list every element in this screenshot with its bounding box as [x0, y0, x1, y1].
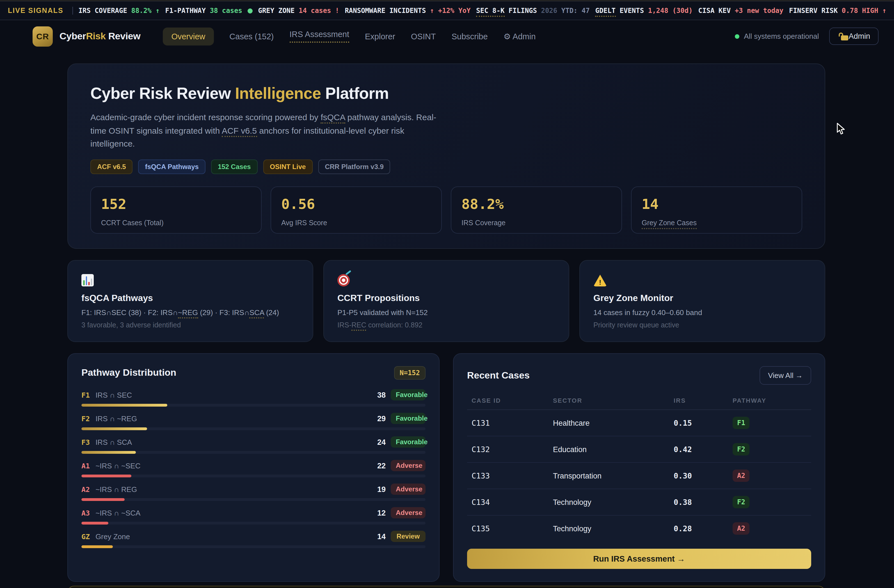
nav-right: All systems operational Admin — [735, 27, 879, 45]
bar-chart-icon — [82, 274, 94, 286]
bar-fill — [82, 451, 136, 454]
bar-fill — [82, 475, 131, 478]
pathway-badge: A2 — [732, 470, 750, 482]
pathway-badge: F2 — [732, 443, 750, 455]
feature-cards: fsQCA Pathways F1: IRS∩SEC (38) · F2: IR… — [67, 260, 825, 342]
pathway-badge: A2 — [732, 522, 750, 535]
nav-item-cases[interactable]: Cases (152) — [230, 32, 274, 41]
recent-cases-panel: Recent Cases View All → CASE ID SECTOR I… — [453, 353, 825, 582]
bar-fill — [82, 404, 168, 407]
bar-fill — [82, 428, 147, 430]
lock-icon — [837, 32, 844, 40]
ticker-item-sec-filings: SEC 8-K FILINGS 2026 YTD: 47 — [476, 6, 590, 14]
stat-label: Avg IRS Score — [281, 219, 431, 227]
pathway-rows: F1IRS ∩ SEC38Favorable F2IRS ∩ ~REG29Fav… — [82, 389, 426, 548]
nav-item-overview[interactable]: Overview — [163, 27, 214, 45]
card-line: P1-P5 validated with N=152 — [337, 308, 555, 317]
card-grey-zone-monitor[interactable]: ! Grey Zone Monitor 14 cases in fuzzy 0.… — [579, 260, 825, 342]
badge-platform-version: CRR Platform v3.9 — [318, 159, 390, 174]
pathway-row-f3: F3IRS ∩ SCA24Favorable — [82, 436, 426, 454]
nav-item-subscribe[interactable]: Subscribe — [452, 32, 488, 41]
stat-card-total-cases: 152 CCRT Cases (Total) — [91, 186, 261, 233]
run-irs-assessment-button[interactable]: Run IRS Assessment → — [467, 549, 811, 569]
bar-track — [82, 498, 426, 501]
table-row-c132[interactable]: C132 Education 0.42 F2 — [467, 436, 811, 463]
col-sector: SECTOR — [548, 393, 669, 410]
status-badge: Adverse — [391, 484, 426, 495]
table-header-row: CASE ID SECTOR IRS PATHWAY — [467, 393, 811, 410]
hero-badges: ACF v6.5 fsQCA Pathways 152 Cases OSINT … — [91, 159, 802, 174]
nav-item-explorer[interactable]: Explorer — [365, 32, 395, 41]
stat-label: IRS Coverage — [461, 219, 612, 227]
bar-track — [82, 428, 426, 430]
pathway-row-a2: A2~IRS ∩ REG19Adverse — [82, 484, 426, 501]
panel-title: Pathway Distribution — [82, 367, 176, 378]
nav-item-admin[interactable]: ⚙ Admin — [504, 32, 536, 41]
badge-osint: OSINT Live — [263, 159, 313, 174]
col-irs: IRS — [669, 393, 728, 410]
stat-cards: 152 CCRT Cases (Total) 0.56 Avg IRS Scor… — [91, 186, 802, 233]
bar-fill — [82, 498, 124, 501]
nav-item-irs-assessment[interactable]: IRS Assessment — [289, 30, 349, 43]
hero-panel: Cyber Risk Review Intelligence Platform … — [67, 63, 825, 249]
ticker-item-irs-coverage: IRS COVERAGE 88.2% ↑ — [79, 6, 160, 14]
hero-description: Academic-grade cyber incident response s… — [91, 110, 438, 150]
card-note: IRS-REC correlation: 0.892 — [337, 321, 555, 329]
warning-icon: ! — [593, 275, 607, 286]
table-row-c133[interactable]: C133 Transportation 0.30 A2 — [467, 463, 811, 489]
pathway-row-f1: F1IRS ∩ SEC38Favorable — [82, 389, 426, 407]
top-navigation: CR CyberRisk Review Overview Cases (152)… — [0, 20, 894, 52]
ticker-item-grey-zone: GREY ZONE 14 cases ! — [258, 6, 339, 14]
page-title: Cyber Risk Review Intelligence Platform — [91, 84, 802, 103]
status-badge: Favorable — [391, 436, 426, 447]
stat-value: 152 — [101, 196, 251, 212]
card-title: CCRT Propositions — [337, 293, 555, 303]
card-ccrt-propositions[interactable]: CCRT Propositions P1-P5 validated with N… — [323, 260, 569, 342]
system-status: All systems operational — [735, 32, 819, 41]
status-badge: Adverse — [391, 507, 426, 518]
stat-value: 0.56 — [281, 196, 431, 212]
brand-name: CyberRisk Review — [59, 30, 140, 42]
admin-button[interactable]: Admin — [829, 27, 879, 45]
badge-cases: 152 Cases — [211, 159, 257, 174]
status-badge: Favorable — [391, 413, 426, 424]
ticker-item-f1-pathway: F1-PATHWAY 38 cases — [165, 6, 253, 14]
card-line: 14 cases in fuzzy 0.40–0.60 band — [593, 308, 811, 317]
card-fsqca-pathways[interactable]: fsQCA Pathways F1: IRS∩SEC (38) · F2: IR… — [67, 260, 313, 342]
pathway-row-a3: A3~IRS ∩ ~SCA12Adverse — [82, 507, 426, 525]
mouse-cursor — [837, 122, 846, 138]
recent-cases-table: CASE ID SECTOR IRS PATHWAY C131 Healthca… — [467, 393, 811, 541]
key-asymmetry-panel: Key Asymmetry Finding (ACF v6.5) — [67, 586, 825, 588]
nav-links: Overview Cases (152) IRS Assessment Expl… — [163, 27, 536, 45]
nav-item-osint[interactable]: OSINT — [411, 32, 436, 41]
pathway-row-f2: F2IRS ∩ ~REG29Favorable — [82, 413, 426, 430]
bar-track — [82, 475, 426, 478]
bottom-panels: Pathway Distribution N=152 F1IRS ∩ SEC38… — [67, 353, 825, 582]
badge-acf: ACF v6.5 — [91, 159, 133, 174]
bar-track — [82, 545, 426, 548]
pathway-row-gz: GZGrey Zone14Review — [82, 531, 426, 548]
col-pathway: PATHWAY — [728, 393, 811, 410]
stat-value: 88.2% — [461, 196, 612, 212]
ticker-item-cisa-kev: CISA KEV +3 new today — [698, 6, 784, 14]
bar-track — [82, 451, 426, 454]
pathway-badge: F2 — [732, 496, 750, 508]
table-row-c131[interactable]: C131 Healthcare 0.15 F1 — [467, 410, 811, 436]
view-all-button[interactable]: View All → — [760, 366, 811, 385]
bar-fill — [82, 545, 113, 548]
status-badge: Adverse — [391, 460, 426, 471]
status-dot-icon — [735, 34, 739, 38]
col-case-id: CASE ID — [467, 393, 548, 410]
status-badge: Favorable — [391, 389, 426, 401]
panel-title: Recent Cases — [467, 370, 530, 381]
stat-card-grey-zone: 14 Grey Zone Cases — [631, 186, 802, 233]
bar-fill — [82, 522, 109, 525]
stat-card-avg-irs: 0.56 Avg IRS Score — [270, 186, 442, 233]
ticker-item-gdelt: GDELT EVENTS 1,248 (30d) — [595, 6, 693, 14]
table-row-c135[interactable]: C135 Technology 0.28 A2 — [467, 515, 811, 541]
stat-card-irs-coverage: 88.2% IRS Coverage — [451, 186, 622, 233]
target-icon — [337, 274, 350, 286]
bar-track — [82, 404, 426, 407]
table-row-c134[interactable]: C134 Technology 0.38 F2 — [467, 489, 811, 515]
brand-logo: CR — [33, 26, 53, 46]
